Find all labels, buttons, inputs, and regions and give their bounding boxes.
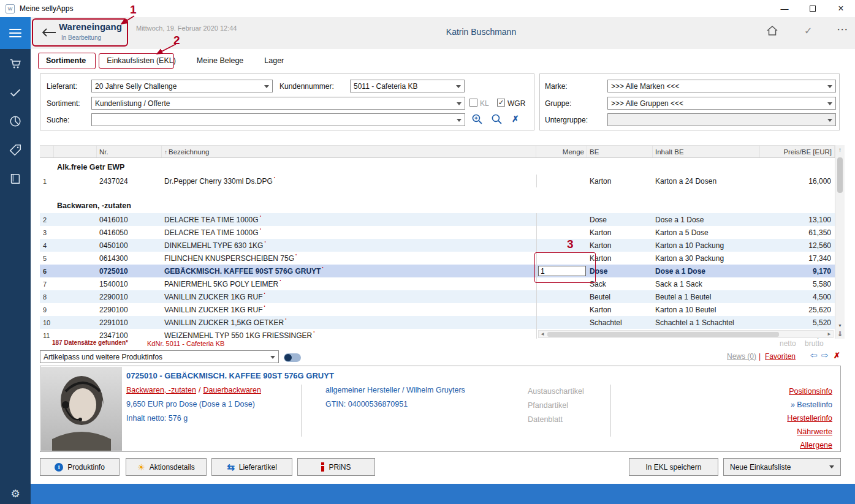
tab-sortimente[interactable]: Sortimente	[46, 56, 86, 65]
cell-menge	[536, 265, 587, 277]
allergene-link[interactable]: Allergene	[653, 438, 832, 452]
suche-label: Suche:	[47, 116, 69, 124]
sortiment-select[interactable]: Kundenlistung / Offerte	[91, 97, 465, 110]
kundennummer-select[interactable]: 5011 - Cafeteria KB	[350, 80, 465, 92]
news-link[interactable]: News (0)	[727, 352, 756, 361]
close-infopanel-icon[interactable]: ✗	[834, 351, 840, 360]
neue-einkaufsliste-button[interactable]: Neue Einkaufsliste	[723, 458, 841, 476]
col-nr[interactable]: Nr.	[97, 146, 162, 157]
vertical-scrollbar[interactable]: ↑ ▼ ⇓	[835, 145, 845, 339]
cell-menge	[536, 316, 587, 329]
table-row[interactable]: 30416050DELACRE TEA TIME 1000GiKartonKar…	[40, 226, 835, 239]
cell-preis: 17,340	[760, 254, 835, 263]
col-be[interactable]: BE	[587, 146, 653, 157]
bottom-strip	[31, 484, 855, 504]
scroll-top-icon[interactable]: ↑	[835, 146, 845, 153]
menge-input[interactable]	[538, 266, 586, 276]
in-ekl-speichern-button[interactable]: In EKL speichern	[629, 458, 718, 476]
horizontal-scrollbar-thumb[interactable]	[547, 332, 779, 337]
col-bezeichnung[interactable]: ↑Bezeichnung	[162, 146, 536, 157]
scroll-down-icon[interactable]: ▼	[835, 323, 845, 328]
scroll-end-icon[interactable]: ⇓	[835, 330, 845, 338]
table-row[interactable]: 20416010DELACRE TEA TIME 1000GiDoseDose …	[40, 213, 835, 226]
austauschartikel-flag: Austauschartikel	[528, 385, 584, 399]
cell-bezeichnung: DELACRE TEA TIME 1000Gi	[162, 216, 536, 224]
gruppe-select[interactable]: >>> Alle Gruppen <<<	[607, 97, 836, 110]
naehrwerte-link[interactable]: Nährwerte	[653, 425, 832, 438]
maximize-button[interactable]	[799, 0, 827, 17]
cell-row-number: 10	[40, 319, 54, 326]
artikelpass-select[interactable]: Artikelpass und weitere Produktinfos	[40, 350, 279, 363]
sidebar-item-reports[interactable]	[0, 107, 31, 135]
more-options-icon[interactable]: ⋯	[837, 22, 848, 36]
home-icon[interactable]	[766, 25, 778, 38]
scroll-left-icon[interactable]: ◄	[540, 331, 545, 337]
sidebar-item-cart[interactable]	[0, 49, 31, 78]
chevron-down-icon	[456, 85, 461, 88]
wgr-checkbox[interactable]: ✓	[497, 99, 505, 107]
infopanel-toggle[interactable]	[284, 353, 301, 362]
info-flag-icon: i	[274, 177, 275, 179]
cell-row-number: 6	[40, 268, 54, 275]
produktinfo-button[interactable]: iProduktinfo	[40, 458, 120, 476]
vertical-scrollbar-thumb[interactable]	[837, 157, 843, 193]
col-preis[interactable]: Preis/BE [EUR]	[760, 146, 835, 157]
marke-label: Marke:	[545, 82, 568, 91]
col-inhalt-be[interactable]: Inhalt BE	[653, 146, 760, 157]
favoriten-link[interactable]: Favoriten	[765, 352, 796, 361]
lieferartikel-button[interactable]: ⇆Lieferartikel	[211, 458, 292, 476]
tab-lager[interactable]: Lager	[264, 56, 284, 65]
sidebar-item-offers[interactable]	[0, 135, 31, 164]
tab-einkaufslisten-ekl[interactable]: Einkaufslisten (EKL)	[107, 56, 176, 65]
col-menge[interactable]: Menge	[536, 146, 587, 157]
table-row[interactable]: 102291010VANILLIN ZUCKER 1,5KG OETKERiSc…	[40, 316, 835, 329]
next-arrow-icon[interactable]: ⇨	[821, 350, 829, 360]
category-link-2[interactable]: Dauerbackwaren	[203, 386, 261, 394]
lieferant-select[interactable]: 20 Jahre Selly Challenge	[91, 80, 273, 92]
horizontal-scrollbar[interactable]: ◄ ►	[538, 330, 834, 338]
cell-be: Karton	[587, 241, 653, 250]
search-icon[interactable]	[491, 113, 503, 127]
sidebar-item-catalog[interactable]	[0, 164, 31, 193]
prev-arrow-icon[interactable]: ⇦	[810, 350, 818, 360]
table-row[interactable]: 82290010VANILLIN ZUCKER 1KG RUFiBeutelBe…	[40, 290, 835, 303]
category-link-1[interactable]: Backwaren, -zutaten	[126, 386, 196, 394]
sidebar-item-settings[interactable]: ⚙	[0, 486, 31, 502]
sun-icon: ☀	[137, 462, 145, 472]
prins-button[interactable]: PRiNS	[297, 458, 375, 476]
kl-checkbox[interactable]	[469, 99, 477, 107]
table-row[interactable]: 12437024Dr.Pepper Cherry 330ml Ds.DPGiKa…	[40, 175, 835, 187]
cell-row-number: 1	[40, 178, 54, 185]
table-row[interactable]: 92290100VANILLIN ZUCKER 1KG RUFiKartonKa…	[40, 303, 835, 316]
sidebar-item-tasks[interactable]	[0, 78, 31, 107]
table-row[interactable]: 40450100DINKELMEHL TYPE 630 1KGiKartonKa…	[40, 239, 835, 252]
positionsinfo-link[interactable]: Positionsinfo	[653, 385, 832, 398]
cell-preis: 5,520	[760, 318, 835, 327]
table-header: Nr. ↑Bezeichnung Menge BE Inhalt BE Prei…	[40, 145, 835, 158]
netto-label[interactable]: netto	[780, 339, 796, 348]
gear-icon: ⚙	[10, 487, 20, 500]
aktionsdetails-button[interactable]: ☀Aktionsdetails	[126, 458, 207, 476]
menu-button[interactable]	[0, 17, 31, 49]
cell-preis: 61,350	[760, 228, 835, 237]
sort-asc-icon: ↑	[164, 149, 167, 156]
advanced-search-icon[interactable]	[471, 113, 483, 127]
tab-meine-belege[interactable]: Meine Belege	[197, 56, 243, 65]
scroll-right-icon[interactable]: ►	[827, 331, 832, 337]
confirm-icon[interactable]: ✓	[804, 25, 812, 37]
marke-select[interactable]: >>> Alle Marken <<<	[607, 80, 836, 92]
category-separator: /	[199, 386, 200, 394]
minimize-button[interactable]: —	[770, 0, 799, 17]
table-row[interactable]: 60725010GEBÄCKMISCH. KAFFEE 90ST 576G GR…	[40, 265, 835, 277]
bestellinfo-link[interactable]: » Bestellinfo	[653, 398, 832, 412]
back-button[interactable]	[42, 28, 56, 39]
close-button[interactable]: ×	[827, 0, 855, 17]
brutto-label[interactable]: brutto	[805, 339, 824, 348]
cell-preis: 13,100	[760, 216, 835, 224]
clear-search-icon[interactable]: ✗	[512, 114, 519, 124]
cell-preis: 12,560	[760, 241, 835, 250]
table-row[interactable]: 50614300FILINCHEN KNUSPERSCHEIBEN 75GiKa…	[40, 252, 835, 265]
table-row[interactable]: 71540010PANIERMEHL 5KG POLY LEIMERiSackS…	[40, 277, 835, 290]
herstellerinfo-link[interactable]: Herstellerinfo	[653, 412, 832, 425]
suche-input[interactable]	[91, 113, 465, 126]
